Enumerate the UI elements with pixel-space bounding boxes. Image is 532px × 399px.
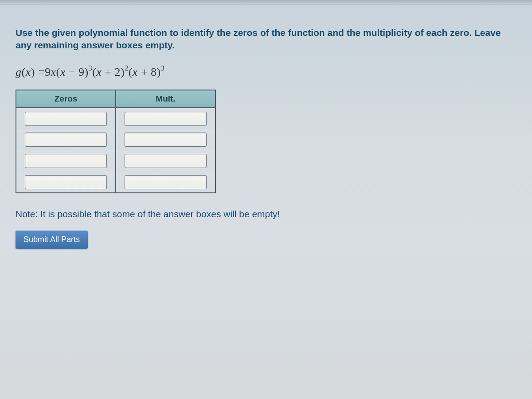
submit-button[interactable]: Submit All Parts — [16, 231, 88, 249]
table-row — [16, 172, 215, 193]
table-row — [16, 129, 215, 150]
table-row — [16, 150, 215, 172]
mult-input-1[interactable] — [125, 112, 207, 126]
window-top-bar — [0, 0, 532, 4]
zeros-multiplicity-table: Zeros Mult. — [16, 90, 216, 193]
mult-input-2[interactable] — [125, 133, 207, 147]
header-zeros: Zeros — [16, 90, 116, 108]
zero-input-3[interactable] — [25, 154, 107, 168]
answer-table-container: Zeros Mult. — [16, 90, 516, 193]
zero-input-2[interactable] — [25, 133, 107, 147]
mult-input-3[interactable] — [125, 154, 207, 168]
header-mult: Mult. — [116, 90, 215, 108]
zero-input-4[interactable] — [25, 175, 107, 189]
mult-input-4[interactable] — [125, 175, 207, 189]
polynomial-equation: g(x) =9x(x − 9)3(x + 2)2(x + 8)3 — [16, 65, 516, 79]
table-row — [16, 108, 215, 129]
zero-input-1[interactable] — [25, 112, 107, 126]
question-instructions: Use the given polynomial function to ide… — [16, 27, 516, 52]
question-note: Note: It is possible that some of the an… — [16, 209, 516, 219]
